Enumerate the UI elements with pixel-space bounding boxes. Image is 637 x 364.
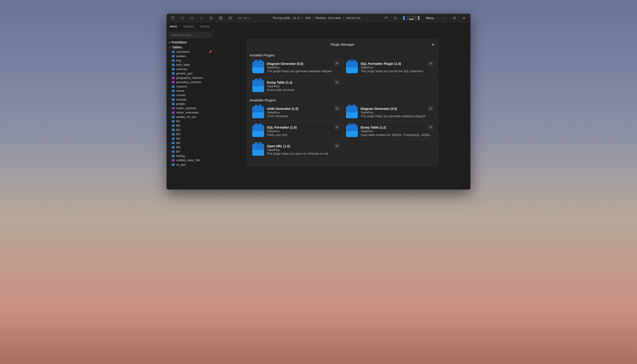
eye-icon[interactable] (188, 14, 196, 22)
sidebar-item-table[interactable]: raster_overviews (167, 110, 214, 115)
layout-right-button[interactable] (415, 16, 419, 20)
svg-rect-31 (172, 68, 175, 70)
sidebar-item-table[interactable]: tb7 (167, 149, 214, 154)
expand-button[interactable] (334, 144, 340, 148)
expand-button[interactable] (334, 106, 340, 111)
table-name-label: tb7 (176, 150, 180, 153)
app-body: Items Queries History ▶Functions ▼Tables… (167, 22, 470, 190)
menu-button[interactable]: Menu (423, 16, 437, 20)
sidebar-item-table[interactable]: movies (167, 93, 214, 97)
sidebar-item-table[interactable]: bug (167, 58, 214, 62)
installed-plugins-list: Diagram Generator (3.5)TablePlusThis plu… (250, 59, 435, 94)
sidebar-item-table[interactable]: tb6 (167, 145, 214, 149)
tab-queries[interactable]: Queries (180, 22, 197, 30)
plugin-icon (252, 106, 264, 118)
table-icon (172, 102, 175, 106)
svg-rect-46 (172, 90, 175, 92)
table-name-label: mutuals (176, 98, 187, 101)
sidebar-item-table[interactable]: generic_geo (167, 71, 214, 76)
sidebar-item-table[interactable]: cinemas (167, 67, 214, 71)
svg-rect-28 (172, 64, 175, 66)
svg-line-14 (396, 19, 397, 20)
table-name-label: us_gaz (176, 163, 186, 166)
svg-text:SQL: SQL (229, 18, 231, 19)
close-button[interactable] (459, 14, 469, 22)
minimize-button[interactable] (440, 14, 449, 22)
svg-rect-40 (172, 81, 175, 83)
section-functions[interactable]: ▶Functions (167, 40, 214, 44)
sidebar-item-table[interactable]: tB1 (167, 123, 214, 128)
sidebar-item-table[interactable]: byte_table (167, 62, 214, 67)
svg-rect-88 (172, 150, 175, 153)
table-name-label: spatial_ref_sys (176, 115, 196, 118)
plugin-card[interactable]: SQL Formatter (1.0)TablePlusPretty your … (250, 123, 342, 140)
sidebar-item-table[interactable]: massive (167, 84, 214, 88)
expand-button[interactable] (334, 125, 340, 130)
list-icon[interactable] (197, 14, 206, 22)
sidebar-item-table[interactable]: spatial_ref_sys (167, 115, 214, 119)
sidebar-item-table[interactable]: raster_columns (167, 106, 214, 110)
table-name-label: raster_columns (176, 106, 197, 110)
tab-items[interactable]: Items (167, 22, 180, 30)
svg-rect-9 (210, 18, 212, 20)
sidebar-item-table[interactable]: tb4 (167, 136, 214, 141)
search-input[interactable] (169, 32, 212, 38)
sidebar-item-table[interactable]: geography_columns (167, 76, 214, 80)
dialog-close-button[interactable] (430, 42, 436, 47)
sql-icon[interactable]: SQL (226, 14, 235, 22)
expand-button[interactable] (334, 61, 340, 66)
dialog-header: Plugin Manager (247, 40, 438, 50)
sidebar-item-table[interactable]: tb2 (167, 128, 214, 132)
layout-left-button[interactable] (403, 16, 408, 20)
sidebar-item-table[interactable]: tb1 (167, 119, 214, 123)
sidebar-item-table[interactable]: untitled_view_254 (167, 158, 214, 162)
section-tables[interactable]: ▼Tables (167, 44, 214, 50)
table-name-label: massive (176, 85, 187, 88)
sidebar-item-table[interactable]: tb3 (167, 132, 214, 136)
plugin-card[interactable]: UUID Generator (1.0)TablePlusUUID Genera… (250, 104, 342, 121)
table-icon (172, 124, 175, 127)
table-name-label: people (176, 102, 185, 106)
sidebar-item-table[interactable]: us_gaz (167, 162, 214, 167)
sidebar-item-table[interactable]: geometry_columns (167, 80, 214, 84)
maximize-button[interactable] (450, 14, 459, 22)
expand-button[interactable] (428, 125, 433, 130)
refresh-icon[interactable] (382, 14, 390, 22)
table-name-label: generic_geo (176, 72, 193, 75)
expand-button[interactable] (428, 106, 433, 111)
expand-button[interactable] (428, 61, 433, 66)
power-icon[interactable] (168, 14, 177, 22)
table-icon (172, 59, 175, 62)
plugin-card[interactable]: Diagram Generator (3.5)TablePlusThis plu… (250, 59, 342, 76)
lock-icon[interactable] (207, 14, 215, 22)
search-icon[interactable] (391, 14, 400, 22)
plugin-description: This plugin helps you generate database … (267, 70, 339, 73)
svg-rect-67 (172, 120, 175, 122)
layout-bottom-button[interactable] (409, 16, 414, 20)
table-name-label: tb5 (176, 141, 180, 144)
plugin-card[interactable]: Dump Table (1.2)TablePlusDump table stru… (250, 78, 342, 94)
sidebar-item-table[interactable]: comments📌 (167, 50, 214, 54)
sidebar-item-table[interactable]: people (167, 102, 214, 106)
sidebar-item-table[interactable]: tb5 (167, 141, 214, 145)
table-icon (172, 154, 175, 158)
sidebar-item-table[interactable]: testing (167, 154, 214, 158)
svg-rect-43 (172, 86, 175, 88)
plugin-card[interactable]: Diagram Generator (3.5)TablePlusThis plu… (343, 104, 435, 121)
sidebar-item-table[interactable]: mutuals (167, 97, 214, 102)
expand-button[interactable] (334, 80, 340, 85)
close-connection-icon[interactable] (178, 14, 187, 22)
plugin-card[interactable]: SQL Formatter Plugin (1.0)TablePlusThis … (343, 59, 435, 76)
plugin-name: Diagram Generator (3.5) (267, 62, 339, 66)
plugin-card[interactable]: Dump Table (1.2)TablePlusCopy table crea… (343, 123, 435, 140)
sidebar-item-table[interactable]: meme (167, 88, 214, 93)
svg-rect-70 (172, 124, 175, 127)
chevron-down-icon: ▼ (169, 46, 171, 49)
plugin-author: TablePlus (267, 130, 339, 133)
sidebar-tabs: Items Queries History (167, 22, 214, 30)
database-icon[interactable] (216, 14, 225, 22)
window-controls (440, 14, 469, 22)
plugin-card[interactable]: Open URL (1.0)TablePlusThis plugin helps… (250, 141, 342, 158)
tab-history[interactable]: History (197, 22, 213, 30)
sidebar-item-table[interactable]: avatars (167, 54, 214, 58)
